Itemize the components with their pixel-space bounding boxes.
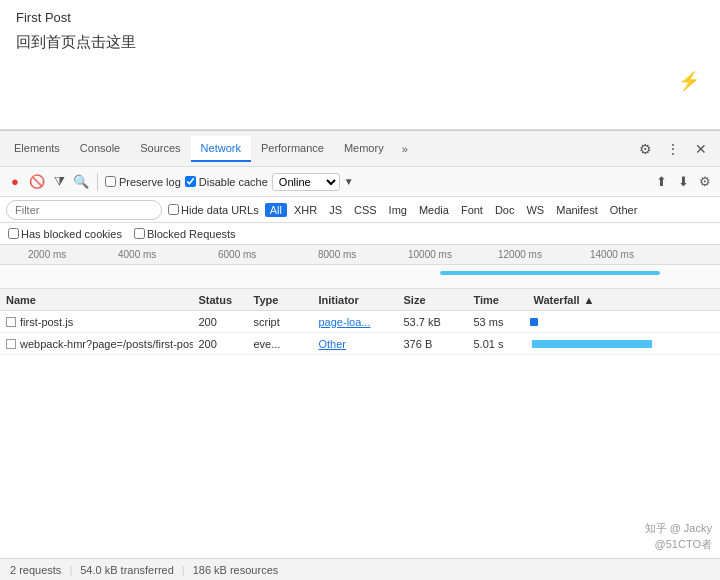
requests-count: 2 requests <box>10 564 61 576</box>
page-title: First Post <box>16 10 704 25</box>
filter-media[interactable]: Media <box>414 203 454 217</box>
marker-2000: 2000 ms <box>28 249 66 260</box>
has-blocked-cookies-checkbox[interactable]: Has blocked cookies <box>8 228 122 240</box>
row1-time: 53 ms <box>468 316 528 328</box>
row1-waterfall <box>528 311 721 332</box>
filter-all[interactable]: All <box>265 203 287 217</box>
record-button[interactable]: ● <box>6 173 24 191</box>
throttle-settings-icon[interactable]: ⚙ <box>696 173 714 191</box>
blocked-requests-checkbox[interactable]: Blocked Requests <box>134 228 236 240</box>
filter-input[interactable] <box>6 200 162 220</box>
row1-type: script <box>248 316 313 328</box>
filter-js[interactable]: JS <box>324 203 347 217</box>
table-row[interactable]: webpack-hmr?page=/posts/first-post 200 e… <box>0 333 720 355</box>
download-icon[interactable]: ⬇ <box>674 173 692 191</box>
stop-button[interactable]: 🚫 <box>28 173 46 191</box>
toolbar-separator <box>97 173 98 191</box>
row1-status: 200 <box>193 316 248 328</box>
row2-type: eve... <box>248 338 313 350</box>
th-type: Type <box>248 294 313 306</box>
close-icon[interactable]: ✕ <box>690 138 712 160</box>
filter-bar: Hide data URLs All XHR JS CSS Img Media … <box>0 197 720 223</box>
row2-checkbox[interactable] <box>6 339 16 349</box>
online-arrow[interactable]: ▼ <box>344 176 354 187</box>
preserve-log-checkbox[interactable]: Preserve log <box>105 176 181 188</box>
marker-6000: 6000 ms <box>218 249 256 260</box>
filter-other[interactable]: Other <box>605 203 643 217</box>
search-button[interactable]: 🔍 <box>72 173 90 191</box>
tab-elements[interactable]: Elements <box>4 136 70 162</box>
blocked-bar: Has blocked cookies Blocked Requests <box>0 223 720 245</box>
th-waterfall: Waterfall ▲ <box>528 294 721 306</box>
row2-waterfall <box>528 333 721 354</box>
th-status: Status <box>193 294 248 306</box>
resources-size: 186 kB resources <box>193 564 279 576</box>
more-icon[interactable]: ⋮ <box>662 138 684 160</box>
table-body: first-post.js 200 script page-loa... 53.… <box>0 311 720 558</box>
row1-initiator[interactable]: page-loa... <box>313 316 398 328</box>
online-select[interactable]: Online Offline Slow 3G <box>272 173 340 191</box>
table-row[interactable]: first-post.js 200 script page-loa... 53.… <box>0 311 720 333</box>
timeline-header: 2000 ms 4000 ms 6000 ms 8000 ms 10000 ms… <box>0 245 720 265</box>
tabs-overflow[interactable]: » <box>394 137 416 161</box>
marker-4000: 4000 ms <box>118 249 156 260</box>
tab-memory[interactable]: Memory <box>334 136 394 162</box>
table-header: Name Status Type Initiator Size Time Wat… <box>0 289 720 311</box>
filter-xhr[interactable]: XHR <box>289 203 322 217</box>
row2-name: webpack-hmr?page=/posts/first-post <box>0 338 193 350</box>
tab-performance[interactable]: Performance <box>251 136 334 162</box>
row1-name: first-post.js <box>0 316 193 328</box>
timeline-bar <box>0 265 720 289</box>
marker-12000: 12000 ms <box>498 249 542 260</box>
filter-font[interactable]: Font <box>456 203 488 217</box>
row2-size: 376 B <box>398 338 468 350</box>
lightning-icon: ⚡ <box>678 70 700 92</box>
filter-button[interactable]: ⧩ <box>50 173 68 191</box>
upload-icon[interactable]: ⬆ <box>652 173 670 191</box>
marker-8000: 8000 ms <box>318 249 356 260</box>
row2-initiator: Other <box>313 338 398 350</box>
timeline-progress <box>440 271 660 275</box>
row1-size: 53.7 kB <box>398 316 468 328</box>
th-time: Time <box>468 294 528 306</box>
marker-10000: 10000 ms <box>408 249 452 260</box>
filter-img[interactable]: Img <box>384 203 412 217</box>
disable-cache-checkbox[interactable]: Disable cache <box>185 176 268 188</box>
devtools-tabs: Elements Console Sources Network Perform… <box>0 131 720 167</box>
row1-checkbox[interactable] <box>6 317 16 327</box>
tab-network[interactable]: Network <box>191 136 251 162</box>
th-initiator: Initiator <box>313 294 398 306</box>
filter-doc[interactable]: Doc <box>490 203 520 217</box>
transferred-size: 54.0 kB transferred <box>80 564 174 576</box>
page-link[interactable]: 回到首页点击这里 <box>16 33 704 52</box>
th-size: Size <box>398 294 468 306</box>
tab-console[interactable]: Console <box>70 136 130 162</box>
filter-css[interactable]: CSS <box>349 203 382 217</box>
marker-14000: 14000 ms <box>590 249 634 260</box>
status-bar: 2 requests | 54.0 kB transferred | 186 k… <box>0 558 720 580</box>
row2-time: 5.01 s <box>468 338 528 350</box>
hide-data-urls-checkbox[interactable]: Hide data URLs <box>168 204 259 216</box>
watermark: 知乎 @ Jacky @51CTO者 <box>645 521 712 552</box>
type-filters: All XHR JS CSS Img Media Font Doc WS Man… <box>265 203 643 217</box>
tab-sources[interactable]: Sources <box>130 136 190 162</box>
filter-manifest[interactable]: Manifest <box>551 203 603 217</box>
row2-status: 200 <box>193 338 248 350</box>
toolbar: ● 🚫 ⧩ 🔍 Preserve log Disable cache Onlin… <box>0 167 720 197</box>
filter-ws[interactable]: WS <box>521 203 549 217</box>
settings-icon[interactable]: ⚙ <box>634 138 656 160</box>
th-name: Name <box>0 294 193 306</box>
